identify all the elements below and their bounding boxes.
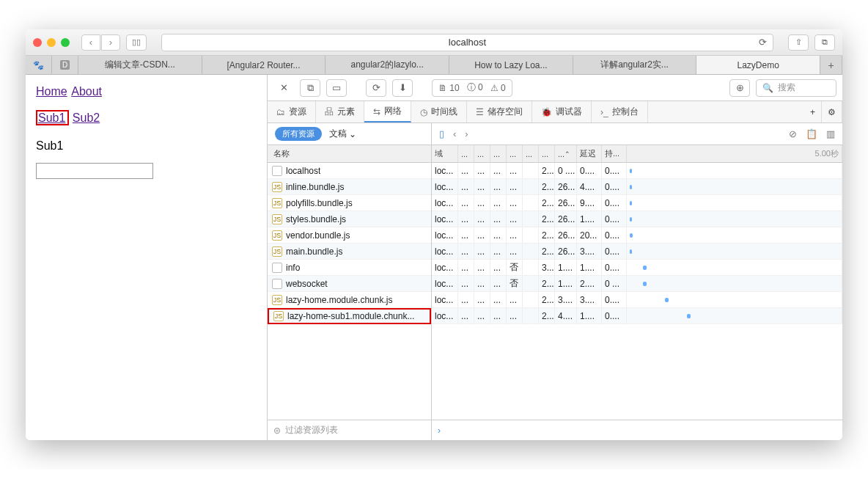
close-window-button[interactable]	[33, 38, 42, 47]
cell: ...	[490, 244, 507, 259]
tab-debugger[interactable]: 🐞调试器	[532, 101, 592, 123]
devtools-reload-button[interactable]: ⟳	[366, 79, 386, 97]
back-button[interactable]: ‹	[81, 34, 100, 51]
cell: loc...	[432, 292, 458, 307]
column-header[interactable]: ... ⌃	[555, 145, 577, 162]
resource-row[interactable]: JSinline.bundle.js	[268, 179, 431, 195]
resource-row[interactable]: info	[268, 260, 431, 276]
dock-bottom-button[interactable]: ▭	[326, 79, 347, 97]
tab-console[interactable]: ›_控制台	[592, 101, 648, 123]
column-header[interactable]: 持...	[602, 145, 627, 162]
column-header[interactable]: 5.00秒	[627, 145, 842, 162]
minimize-window-button[interactable]	[47, 38, 56, 47]
sub1-link[interactable]: Sub1	[38, 111, 65, 124]
sidebar-toggle-button[interactable]: ▯▯	[126, 34, 147, 51]
column-header[interactable]: ...	[507, 145, 523, 162]
console-prompt[interactable]: ›	[432, 420, 842, 440]
column-header[interactable]: ...	[458, 145, 474, 162]
tab-pinned-2[interactable]: D	[52, 56, 78, 74]
column-header[interactable]: ...	[523, 145, 539, 162]
dock-side-button[interactable]: ⧉	[300, 79, 320, 97]
devtools-close-button[interactable]: ✕	[273, 79, 294, 97]
tab-network[interactable]: ⇆网络	[364, 101, 411, 123]
name-header[interactable]: 名称	[268, 145, 431, 163]
resource-row[interactable]: JSlazy-home.module.chunk.js	[268, 292, 431, 308]
columns-icon[interactable]: ▥	[826, 128, 835, 139]
tab-timeline[interactable]: ◷时间线	[411, 101, 467, 123]
prev-button[interactable]: ‹	[453, 128, 456, 139]
tab-resources[interactable]: 🗂资源	[268, 101, 316, 123]
resource-data-row[interactable]: loc............否2...1....2....0 ...	[432, 276, 842, 292]
panel-toggle-icon[interactable]: ▯	[439, 128, 444, 139]
page-input[interactable]	[36, 163, 153, 179]
tab-how-to-lazy[interactable]: How to Lazy Loa...	[449, 56, 573, 74]
new-tab-button[interactable]: +	[820, 56, 842, 74]
all-resources-pill[interactable]: 所有资源	[275, 127, 322, 141]
resource-data-row[interactable]: loc...............2...26...9....0....	[432, 195, 842, 211]
resource-data-row[interactable]: loc...............2...0 ....0....0....	[432, 163, 842, 179]
home-link[interactable]: Home	[36, 85, 67, 98]
reload-icon[interactable]: ⟳	[759, 37, 767, 48]
resource-data-row[interactable]: loc...............2...3....3....0....	[432, 292, 842, 308]
address-text: localhost	[449, 37, 486, 48]
tab-storage[interactable]: ☰储存空间	[467, 101, 532, 123]
cell: 0....	[577, 163, 602, 178]
cell: 0....	[602, 195, 627, 211]
tab-angular2-lazylo[interactable]: angular2的lazylo...	[326, 56, 449, 74]
clear-icon[interactable]: ⊘	[789, 128, 797, 139]
timeline-cell	[627, 179, 842, 194]
column-header[interactable]: 延迟	[577, 145, 602, 162]
cell: 1....	[577, 260, 602, 275]
resource-row[interactable]: JSmain.bundle.js	[268, 244, 431, 260]
address-bar[interactable]: localhost ⟳	[161, 34, 773, 51]
devtools-search[interactable]: 🔍 搜索	[756, 79, 836, 97]
sub2-link[interactable]: Sub2	[73, 111, 100, 124]
tab-pinned-1[interactable]: 🐾	[26, 56, 52, 74]
tab-csdn[interactable]: 编辑文章-CSDN...	[78, 56, 202, 74]
resource-data-row[interactable]: loc...............2...26...3....0....	[432, 244, 842, 260]
next-button[interactable]: ›	[465, 128, 468, 139]
cell	[523, 227, 539, 243]
js-file-icon: JS	[272, 295, 282, 305]
tabs-overview-button[interactable]: ⧉	[814, 34, 835, 51]
settings-button[interactable]: ⚙	[822, 101, 842, 123]
resource-row[interactable]: localhost	[268, 163, 431, 179]
column-header[interactable]: ...	[539, 145, 555, 162]
tab-elements[interactable]: 品元素	[316, 101, 364, 123]
resource-row[interactable]: JSvendor.bundle.js	[268, 227, 431, 244]
maximize-window-button[interactable]	[61, 38, 70, 47]
target-button[interactable]: ⊕	[729, 79, 750, 97]
resource-row[interactable]: JSpolyfills.bundle.js	[268, 195, 431, 211]
resource-row[interactable]: websocket	[268, 276, 431, 292]
forward-button[interactable]: ›	[101, 34, 120, 51]
column-header[interactable]: 域	[432, 145, 458, 162]
resource-counts: 🗎 10 ⓘ 0 ⚠ 0	[432, 79, 512, 97]
about-link[interactable]: About	[71, 85, 102, 98]
column-header[interactable]: ...	[474, 145, 490, 162]
cell: 0 ...	[602, 276, 627, 291]
add-tab-button[interactable]: +	[804, 101, 822, 123]
docs-dropdown[interactable]: 文稿⌄	[329, 128, 356, 140]
resource-data-row[interactable]: loc...............2...4....1....0....	[432, 308, 842, 324]
tab-bar: 🐾 D 编辑文章-CSDN... [Angular2 Router... ang…	[26, 56, 842, 75]
resource-row[interactable]: JSlazy-home-sub1.module.chunk...	[268, 308, 431, 324]
timeline-cell	[627, 308, 842, 323]
export-icon[interactable]: 📋	[806, 128, 817, 139]
download-button[interactable]: ⬇	[392, 79, 413, 97]
resource-data-row[interactable]: loc...............2...26...20...0....	[432, 227, 842, 244]
search-placeholder: 搜索	[778, 81, 795, 94]
tab-lazydemo[interactable]: LazyDemo	[696, 56, 820, 74]
column-header[interactable]: ...	[490, 145, 507, 162]
tab-angular2-router[interactable]: [Angular2 Router...	[202, 56, 326, 74]
cell: loc...	[432, 308, 458, 323]
cell: loc...	[432, 276, 458, 291]
cell	[523, 260, 539, 275]
resource-data-row[interactable]: loc...............2...26...4....0....	[432, 179, 842, 195]
tab-angular2-detail[interactable]: 详解angular2实...	[573, 56, 697, 74]
resource-row[interactable]: JSstyles.bundle.js	[268, 211, 431, 227]
resource-data-row[interactable]: loc............否3...1....1....0....	[432, 260, 842, 276]
cell	[523, 292, 539, 307]
share-button[interactable]: ⇧	[788, 34, 809, 51]
resource-data-row[interactable]: loc...............2...26...1....0....	[432, 211, 842, 227]
filter-input[interactable]: ⊜ 过滤资源列表	[268, 420, 432, 440]
